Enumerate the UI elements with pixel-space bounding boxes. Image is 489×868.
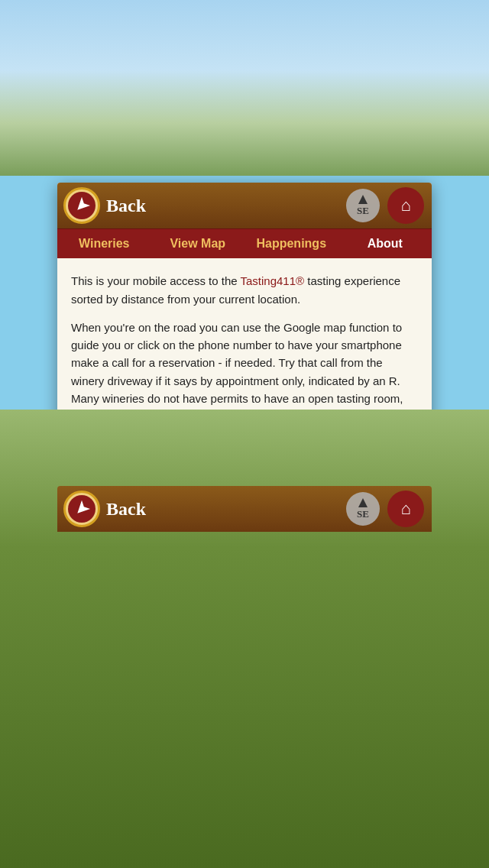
bottom-home-icon: ⌂ [400,499,410,519]
logo[interactable] [63,187,100,224]
bottom-compass-direction: SE [357,508,369,520]
app-bar: Back SE ⌂ [57,183,432,228]
bottom-home-button[interactable]: ⌂ [387,491,424,527]
home-icon: ⌂ [400,196,410,215]
bottom-compass-button[interactable]: SE [346,492,380,526]
compass-button[interactable]: SE [346,189,380,222]
bottom-app-bar: Back SE ⌂ [57,486,432,532]
svg-marker-1 [73,500,90,517]
bottom-back-button[interactable]: Back [106,499,346,520]
bottom-logo[interactable] [63,491,100,527]
svg-marker-0 [73,197,90,214]
tab-wineries[interactable]: Wineries [57,229,151,258]
compass-arrow-icon [358,195,368,204]
nav-tabs: Wineries View Map Happenings About [57,228,432,258]
bottom-compass-arrow-icon [358,498,368,507]
tab-view-map[interactable]: View Map [151,229,245,258]
paragraph-1: This is your mobile access to the Tastin… [71,272,418,308]
tasting411-brand: Tasting411® [240,274,304,287]
tab-happenings[interactable]: Happenings [244,229,338,258]
compass-direction: SE [357,205,369,217]
back-button[interactable]: Back [106,196,346,216]
home-button[interactable]: ⌂ [387,187,424,224]
para1-prefix: This is your mobile access to the [71,274,240,287]
tab-about[interactable]: About [338,229,432,258]
